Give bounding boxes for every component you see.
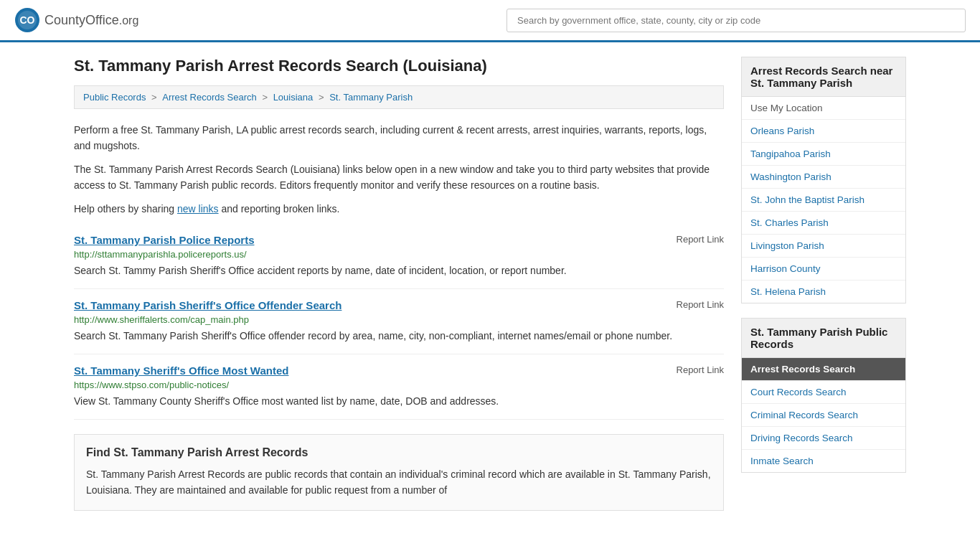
logo-text: CountyOffice.org <box>44 13 138 28</box>
criminal-records-link[interactable]: Criminal Records Search <box>742 404 905 426</box>
logo[interactable]: CO CountyOffice.org <box>14 7 138 33</box>
record-title-0: St. Tammany Parish Police Reports <box>74 234 254 246</box>
sidebar-item-harrison[interactable]: Harrison County <box>742 258 905 281</box>
record-desc-2: View St. Tammany County Sheriff's Office… <box>74 394 724 409</box>
sidebar-item-tangipahoa[interactable]: Tangipahoa Parish <box>742 143 905 166</box>
sidebar-item-use-location[interactable]: Use My Location <box>742 97 905 120</box>
sidebar-item-orleans[interactable]: Orleans Parish <box>742 120 905 143</box>
sidebar-item-driving-records[interactable]: Driving Records Search <box>742 427 905 450</box>
search-input[interactable] <box>507 9 966 32</box>
driving-records-link[interactable]: Driving Records Search <box>742 427 905 449</box>
breadcrumb-arrest-records[interactable]: Arrest Records Search <box>162 92 257 103</box>
record-title-1: St. Tammany Parish Sheriff's Office Offe… <box>74 299 341 311</box>
record-link-2[interactable]: St. Tammany Sheriff's Office Most Wanted <box>74 364 288 377</box>
record-link-0[interactable]: St. Tammany Parish Police Reports <box>74 234 254 246</box>
breadcrumb-parish[interactable]: St. Tammany Parish <box>329 92 413 103</box>
breadcrumb-public-records[interactable]: Public Records <box>83 92 146 103</box>
record-item-1: St. Tammany Parish Sheriff's Office Offe… <box>74 289 724 354</box>
breadcrumb-louisiana[interactable]: Louisiana <box>273 92 314 103</box>
header: CO CountyOffice.org <box>0 0 980 42</box>
description-para2: The St. Tammany Parish Arrest Records Se… <box>74 161 724 194</box>
description-para3: Help others by sharing new links and rep… <box>74 201 724 217</box>
sidebar-item-livingston[interactable]: Livingston Parish <box>742 235 905 258</box>
sidebar-nearby-section: Arrest Records Search near St. Tammany P… <box>741 57 906 303</box>
sidebar-public-records-section: St. Tammany Parish Public Records Arrest… <box>741 318 906 473</box>
harrison-link[interactable]: Harrison County <box>742 258 905 280</box>
record-url-0: http://sttammanyparishla.policereports.u… <box>74 249 724 260</box>
sidebar-item-st-john[interactable]: St. John the Baptist Parish <box>742 189 905 212</box>
record-item-0: St. Tammany Parish Police Reports Report… <box>74 224 724 289</box>
new-links-link[interactable]: new links <box>177 203 219 215</box>
sidebar-item-criminal-records[interactable]: Criminal Records Search <box>742 404 905 427</box>
record-link-1[interactable]: St. Tammany Parish Sheriff's Office Offe… <box>74 299 341 311</box>
sidebar: Arrest Records Search near St. Tammany P… <box>741 57 906 511</box>
washington-link[interactable]: Washington Parish <box>742 166 905 188</box>
logo-icon: CO <box>14 7 40 33</box>
report-link-0[interactable]: Report Link <box>677 234 724 245</box>
breadcrumb: Public Records > Arrest Records Search >… <box>74 85 724 109</box>
sidebar-item-inmate-search[interactable]: Inmate Search <box>742 450 905 472</box>
sidebar-public-records-title: St. Tammany Parish Public Records <box>741 318 906 357</box>
find-section-heading: Find St. Tammany Parish Arrest Records <box>86 446 712 459</box>
sidebar-item-st-charles[interactable]: St. Charles Parish <box>742 212 905 235</box>
orleans-link[interactable]: Orleans Parish <box>742 120 905 142</box>
find-section: Find St. Tammany Parish Arrest Records S… <box>74 434 724 511</box>
main-container: St. Tammany Parish Arrest Records Search… <box>60 42 920 525</box>
sidebar-nearby-title: Arrest Records Search near St. Tammany P… <box>741 57 906 96</box>
st-john-link[interactable]: St. John the Baptist Parish <box>742 189 905 211</box>
record-url-2: https://www.stpso.com/public-notices/ <box>74 380 724 390</box>
st-helena-link[interactable]: St. Helena Parish <box>742 281 905 303</box>
livingston-link[interactable]: Livingston Parish <box>742 235 905 257</box>
inmate-search-link[interactable]: Inmate Search <box>742 450 905 472</box>
svg-text:CO: CO <box>20 14 35 26</box>
sidebar-nearby-list: Use My Location Orleans Parish Tangipaho… <box>741 96 906 303</box>
content-area: St. Tammany Parish Arrest Records Search… <box>74 57 724 511</box>
sidebar-item-arrest-records[interactable]: Arrest Records Search <box>742 358 905 381</box>
arrest-records-link[interactable]: Arrest Records Search <box>742 358 905 380</box>
report-link-2[interactable]: Report Link <box>677 364 724 375</box>
page-title: St. Tammany Parish Arrest Records Search… <box>74 57 724 75</box>
sidebar-item-st-helena[interactable]: St. Helena Parish <box>742 281 905 303</box>
st-charles-link[interactable]: St. Charles Parish <box>742 212 905 234</box>
search-bar[interactable] <box>507 9 966 32</box>
sidebar-public-records-list: Arrest Records Search Court Records Sear… <box>741 357 906 473</box>
court-records-link[interactable]: Court Records Search <box>742 381 905 403</box>
report-link-1[interactable]: Report Link <box>677 299 724 310</box>
record-item-2: St. Tammany Sheriff's Office Most Wanted… <box>74 354 724 420</box>
record-desc-1: Search St. Tammany Parish Sheriff's Offi… <box>74 329 724 344</box>
description-para1: Perform a free St. Tammany Parish, LA pu… <box>74 122 724 154</box>
sidebar-item-court-records[interactable]: Court Records Search <box>742 381 905 404</box>
record-title-2: St. Tammany Sheriff's Office Most Wanted <box>74 364 288 377</box>
record-desc-0: Search St. Tammy Parish Sheriff's Office… <box>74 263 724 278</box>
record-url-1: http://www.sheriffalerts.com/cap_main.ph… <box>74 314 724 325</box>
tangipahoa-link[interactable]: Tangipahoa Parish <box>742 143 905 165</box>
find-section-text: St. Tammany Parish Arrest Records are pu… <box>86 466 712 499</box>
use-location-link[interactable]: Use My Location <box>742 97 905 119</box>
sidebar-item-washington[interactable]: Washington Parish <box>742 166 905 189</box>
